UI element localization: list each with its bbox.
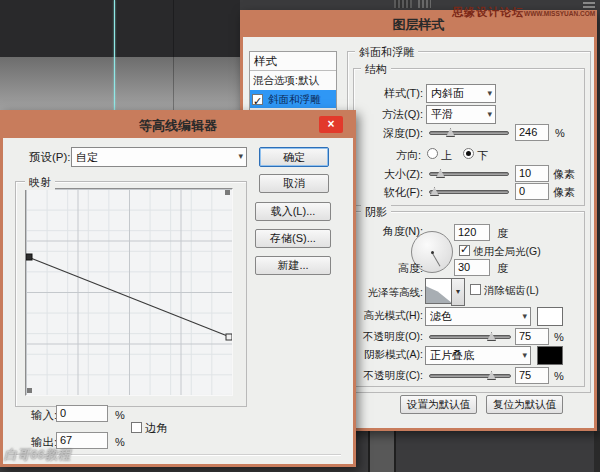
guide-line-vertical (114, 0, 115, 112)
size-value-field[interactable]: 10 (515, 165, 549, 182)
size-label: 大小(Z): (355, 168, 423, 180)
highlight-mode-label: 高光模式(H): (347, 310, 423, 322)
highlight-opacity-field[interactable]: 75 (515, 328, 549, 345)
preset-label: 预设(P): (29, 151, 71, 164)
shadow-opacity-label: 不透明度(C): (347, 370, 423, 382)
shadow-opacity-slider[interactable] (429, 374, 511, 378)
close-icon[interactable] (319, 116, 343, 133)
gloss-contour-arrow[interactable]: ▾ (451, 278, 465, 306)
canvas-gradient-band (0, 57, 240, 112)
soften-slider[interactable] (429, 190, 509, 194)
altitude-value-field[interactable]: 30 (454, 259, 490, 276)
gloss-contour-shape (426, 279, 452, 303)
panel-light-column (370, 431, 394, 472)
contour-curve-canvas[interactable] (25, 188, 233, 396)
angle-value-field[interactable]: 120 (454, 224, 490, 241)
shadow-opacity-field[interactable]: 75 (515, 367, 549, 384)
panel-divider (594, 431, 600, 472)
input-field[interactable]: 0 (56, 405, 108, 422)
canvas-panel-seam (173, 0, 174, 112)
grid-corner-mark (27, 388, 32, 393)
angle-dial-needle (432, 252, 441, 266)
layer-style-title: 图层样式 (393, 17, 445, 32)
soften-unit: 像素 (553, 186, 575, 198)
depth-unit: % (555, 127, 565, 139)
highlight-mode-dropdown[interactable]: 滤色 (425, 307, 531, 326)
style-label: 样式(T): (355, 87, 423, 99)
input-label: 输入: (31, 409, 57, 422)
save-button[interactable]: 存储(S)... (255, 229, 331, 248)
altitude-label: 高度: (361, 262, 423, 274)
ok-button[interactable]: 确定 (259, 147, 329, 167)
direction-up-radio[interactable] (427, 148, 438, 159)
technique-label: 方法(Q): (355, 108, 423, 120)
contour-curve[interactable] (26, 189, 232, 395)
grid-corner-mark (225, 190, 230, 195)
preset-dropdown[interactable]: 自定 (71, 147, 247, 167)
angle-dial-center (431, 251, 434, 254)
curve-point-selected (26, 254, 32, 260)
input-unit: % (115, 409, 125, 421)
styles-list: 样式 混合选项:默认 斜面和浮雕 (249, 51, 337, 115)
curve-line (28, 257, 230, 337)
gloss-contour-thumbnail[interactable] (425, 278, 453, 304)
highlight-color-swatch[interactable] (537, 307, 563, 326)
cancel-button[interactable]: 取消 (259, 174, 329, 193)
list-item-bevel-emboss[interactable]: 斜面和浮雕 (250, 90, 336, 108)
contour-editor-title: 等高线编辑器 (139, 118, 217, 133)
corner-checkbox[interactable] (131, 422, 142, 433)
soften-value-field[interactable]: 0 (515, 183, 549, 200)
swatch-panel-icon[interactable] (418, 0, 431, 8)
shading-group-title: 阴影 (361, 205, 391, 220)
anti-alias-label: 消除锯齿(L) (484, 285, 539, 297)
photoshop-workspace: 图层样式 样式 混合选项:默认 斜面和浮雕 斜面和浮雕 (0, 0, 600, 472)
load-button[interactable]: 载入(L)... (255, 202, 331, 221)
global-light-label: 使用全局光(G) (473, 246, 541, 258)
direction-down-label: 下 (477, 149, 488, 161)
canvas-dark-area (0, 0, 240, 57)
depth-slider[interactable] (429, 131, 509, 135)
highlight-opacity-unit: % (554, 331, 564, 343)
soften-label: 软化(F): (355, 186, 423, 198)
mapping-group-title: 映射 (25, 175, 55, 190)
size-slider[interactable] (429, 172, 509, 176)
contour-editor-titlebar[interactable]: 等高线编辑器 (3, 113, 353, 138)
author-watermark: 白哥66教程 (4, 446, 70, 464)
highlight-opacity-label: 不透明度(O): (347, 331, 423, 343)
styles-list-header: 样式 (250, 52, 336, 71)
output-unit: % (115, 436, 125, 448)
pattern-panel-icon[interactable] (394, 0, 412, 8)
shadow-opacity-unit: % (554, 370, 564, 382)
altitude-unit: 度 (497, 262, 508, 274)
list-item-blend-options[interactable]: 混合选项:默认 (250, 71, 336, 90)
technique-dropdown[interactable]: 平滑 (426, 105, 496, 124)
size-unit: 像素 (553, 168, 575, 180)
corner-label: 边角 (145, 422, 168, 435)
reset-default-button[interactable]: 复位为默认值 (486, 395, 563, 414)
direction-up-label: 上 (441, 149, 452, 161)
depth-label: 深度(D): (355, 127, 423, 139)
contour-editor-dialog: 等高线编辑器 预设(P): 自定 确定 取消 载入(L)... 存储(S)...… (0, 110, 356, 467)
shadow-mode-label: 阴影模式(A): (347, 349, 423, 361)
bevel-style-dropdown[interactable]: 内斜面 (426, 84, 496, 103)
direction-label: 方向: (355, 149, 421, 161)
panel-divider (394, 431, 396, 472)
gloss-contour-label: 光泽等高线: (351, 287, 423, 299)
anti-alias-checkbox[interactable] (470, 284, 481, 295)
curve-point (226, 334, 232, 340)
new-button[interactable]: 新建... (255, 256, 331, 275)
bevel-section-title: 斜面和浮雕 (355, 45, 418, 60)
angle-label: 角度(N): (361, 225, 423, 237)
forum-watermark: 思缘设计论坛WWW.MISSYUAN.COM (452, 2, 595, 20)
highlight-opacity-slider[interactable] (429, 335, 511, 339)
angle-unit: 度 (497, 227, 508, 239)
global-light-checkbox[interactable] (459, 245, 470, 256)
shadow-mode-dropdown[interactable]: 正片叠底 (425, 346, 531, 365)
structure-group-title: 结构 (361, 62, 391, 77)
bevel-checkbox[interactable] (252, 94, 263, 105)
set-default-button[interactable]: 设置为默认值 (400, 395, 477, 414)
direction-down-radio[interactable] (463, 148, 474, 159)
depth-value-field[interactable]: 246 (515, 124, 549, 141)
shadow-color-swatch[interactable] (537, 346, 563, 365)
